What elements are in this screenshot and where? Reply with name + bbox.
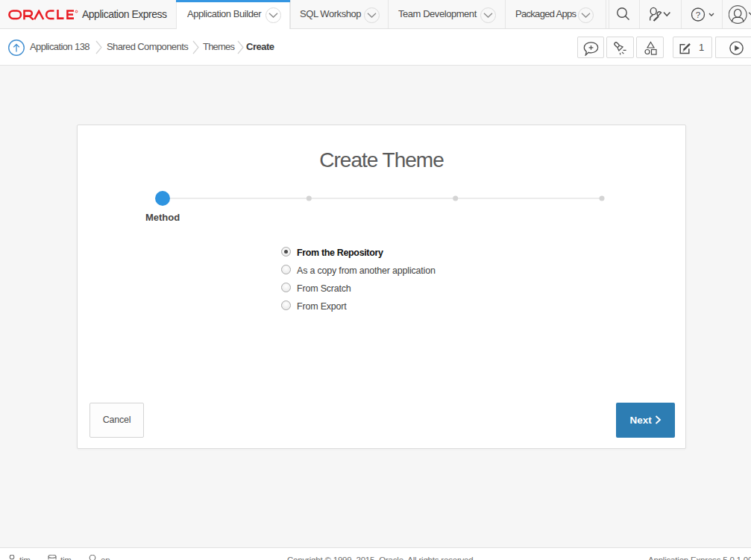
svg-text:?: ?	[696, 10, 700, 19]
